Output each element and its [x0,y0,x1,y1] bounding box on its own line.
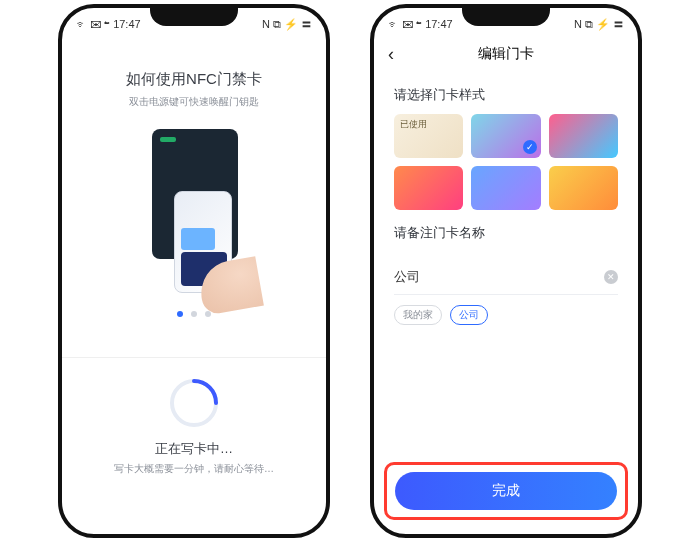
page-dot-1[interactable] [177,311,183,317]
chevron-left-icon: ‹ [388,44,394,64]
page-title: 如何使用NFC门禁卡 [126,70,262,89]
nfc-illustration [134,129,254,297]
writing-note-text: 写卡大概需要一分钟，请耐心等待… [114,462,274,476]
card-style-option-3[interactable] [549,114,618,158]
loading-spinner-icon [167,376,221,430]
writing-panel: 正在写卡中… 写卡大概需要一分钟，请耐心等待… [62,358,326,534]
card-style-option-4[interactable] [394,166,463,210]
signal-icon: ᯤ ✉ ☁ [388,18,422,30]
done-button-highlight: 完成 [384,462,628,520]
back-button[interactable]: ‹ [388,44,394,65]
status-time: 17:47 [113,18,141,30]
done-button[interactable]: 完成 [395,472,617,510]
style-section-label: 请选择门卡样式 [374,72,638,114]
card-style-option-5[interactable] [471,166,540,210]
card-graphic [181,228,215,250]
name-section-label: 请备注门卡名称 [374,210,638,252]
done-button-label: 完成 [492,482,520,500]
name-suggestion-chips: 我的家 公司 [374,295,638,335]
notch [462,8,550,26]
card-style-option-6[interactable] [549,166,618,210]
page-header: ‹ 编辑门卡 [374,36,638,72]
close-icon: ✕ [607,272,615,282]
chip-home[interactable]: 我的家 [394,305,442,325]
chip-company[interactable]: 公司 [450,305,488,325]
card-style-grid: 已使用 ✓ [374,114,638,210]
nfc-intro-panel: 如何使用NFC门禁卡 双击电源键可快速唤醒门钥匙 [62,36,326,357]
card-style-option-1[interactable]: 已使用 [394,114,463,158]
status-right-icons: N ⧉ ⚡ 〓 [262,17,312,32]
status-time: 17:47 [425,18,453,30]
page-dots[interactable] [177,311,211,317]
signal-icon: ᯤ ✉ ☁ [76,18,110,30]
spacer [374,335,638,454]
page-dot-2[interactable] [191,311,197,317]
clear-input-button[interactable]: ✕ [604,270,618,284]
bottom-spacer [374,520,638,534]
page-subtitle: 双击电源键可快速唤醒门钥匙 [129,95,259,109]
card-name-field[interactable]: 公司 ✕ [374,252,638,295]
card-style-option-2[interactable]: ✓ [471,114,540,158]
used-tag: 已使用 [400,118,427,131]
phone-right: ᯤ ✉ ☁ 17:47 N ⧉ ⚡ 〓 ‹ 编辑门卡 请选择门卡样式 已使用 ✓… [370,4,642,538]
writing-status-text: 正在写卡中… [155,440,233,458]
status-right-icons: N ⧉ ⚡ 〓 [574,17,624,32]
notch [150,8,238,26]
page-title: 编辑门卡 [478,45,534,63]
phone-left: ᯤ ✉ ☁ 17:47 N ⧉ ⚡ 〓 如何使用NFC门禁卡 双击电源键可快速唤… [58,4,330,538]
card-name-value[interactable]: 公司 [394,268,420,286]
check-icon: ✓ [523,140,537,154]
